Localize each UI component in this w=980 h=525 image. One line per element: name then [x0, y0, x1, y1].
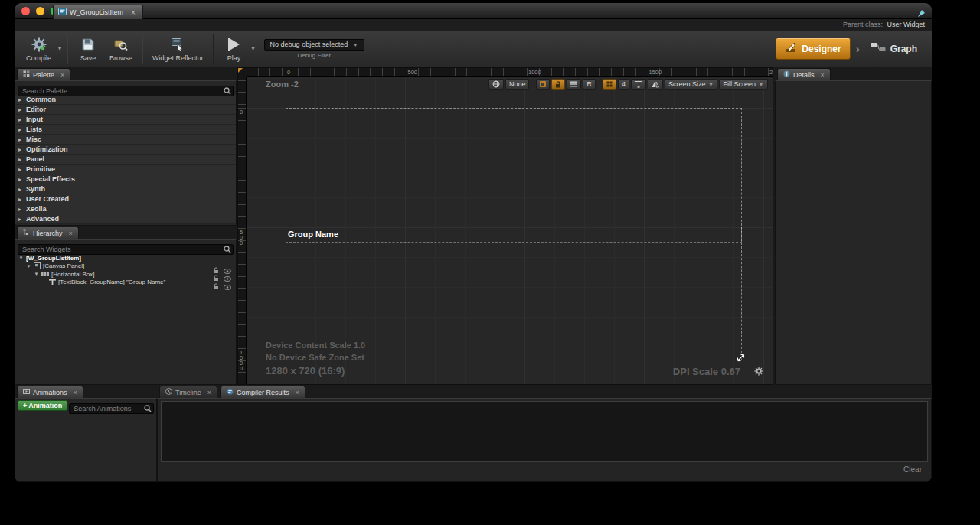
unreal-editor-window: W_GroupListItem × Parent class: User Wid…: [15, 3, 932, 482]
graph-mode-label: Graph: [890, 44, 917, 54]
hierarchy-row[interactable]: ▾[Canvas Panel]: [15, 262, 236, 271]
palette-body: ▸Common▸Editor▸Input▸Lists▸Misc▸Optimiza…: [15, 80, 237, 226]
device-content-scale-label: Device Content Scale 1.0: [266, 341, 365, 350]
hierarchy-search-input[interactable]: [18, 244, 234, 255]
tab-close-icon[interactable]: ×: [207, 389, 211, 396]
palette-category-row[interactable]: ▸Panel: [15, 155, 236, 165]
graph-icon: [871, 42, 886, 55]
toolbar-divider: [213, 34, 214, 64]
output-panel: Timeline × Compiler Results × Clear: [157, 385, 932, 482]
lock-widgets-button[interactable]: [551, 79, 565, 90]
safe-zone-button[interactable]: [631, 79, 646, 90]
browse-button[interactable]: Browse: [104, 32, 138, 66]
browse-icon: [114, 36, 128, 53]
horizontal-box-outline[interactable]: Group Name: [286, 227, 742, 243]
designer-canvas[interactable]: Group Name 0500100015002000 05 0 01 0 0 …: [237, 67, 773, 385]
palette-category-row[interactable]: ▸User Created: [15, 194, 236, 204]
localization-preview-button[interactable]: [488, 79, 504, 90]
ruler-mark: 0: [240, 109, 243, 115]
timeline-tab-label: Timeline: [175, 389, 201, 396]
hierarchy-row[interactable]: ▾[W_GroupListItem]: [15, 254, 236, 262]
tab-animations[interactable]: Animations ×: [17, 386, 83, 398]
tab-hierarchy[interactable]: Hierarchy ×: [17, 227, 79, 239]
tab-palette[interactable]: Palette ×: [17, 68, 70, 80]
parent-class-bar: Parent class: User Widget: [15, 19, 932, 31]
palette-category-label: Lists: [26, 126, 42, 133]
screen-size-dropdown[interactable]: Screen Size ▾: [665, 79, 718, 90]
dpi-settings-gear-icon[interactable]: [754, 365, 763, 379]
tab-timeline[interactable]: Timeline ×: [159, 386, 217, 398]
respect-locks-label: R: [586, 80, 592, 88]
horizontal-ruler: 0500100015002000: [238, 68, 773, 77]
hierarchy-panel: Hierarchy × ▾[W_GroupListItem]▾[Canvas P…: [15, 226, 237, 385]
palette-category-row[interactable]: ▸Primitive: [15, 165, 236, 174]
expander-icon: ▸: [18, 96, 24, 103]
palette-category-label: Xsolla: [26, 205, 47, 213]
tab-details[interactable]: Details ×: [777, 68, 831, 80]
palette-category-row[interactable]: ▸Special Effects: [15, 174, 236, 184]
add-animation-button[interactable]: + Animation: [18, 400, 67, 411]
dpi-scale-label: DPI Scale 0.67: [673, 366, 740, 377]
tab-close-icon[interactable]: ×: [821, 71, 825, 79]
play-button[interactable]: Play: [218, 32, 250, 66]
details-header: Details ×: [775, 67, 932, 80]
expander-icon: ▸: [18, 136, 24, 143]
compiler-results-body: Clear: [157, 398, 932, 482]
palette-category-row[interactable]: ▸Misc: [15, 135, 236, 145]
respect-locks-button[interactable]: R: [583, 79, 596, 90]
debug-object-group: No debug object selected ▾ Debug Filter: [264, 39, 365, 59]
parent-class-value[interactable]: User Widget: [887, 21, 925, 28]
palette-category-label: Misc: [26, 135, 41, 143]
palette-category-row[interactable]: ▸Lists: [15, 125, 236, 135]
chevron-down-icon: ▾: [760, 81, 763, 88]
palette-category-row[interactable]: ▸Optimization: [15, 145, 236, 155]
debug-object-dropdown[interactable]: No debug object selected ▾: [264, 39, 365, 51]
expander-icon[interactable]: ▾: [34, 271, 39, 277]
palette-category-label: User Created: [26, 195, 69, 203]
lock-icon[interactable]: [213, 279, 219, 293]
grid-snap-button[interactable]: [603, 79, 616, 90]
mirror-button[interactable]: [648, 79, 663, 90]
hierarchy-row[interactable]: ▾[Horizontal Box]: [15, 270, 236, 279]
tab-close-icon[interactable]: ×: [60, 71, 64, 79]
tab-compiler-results[interactable]: Compiler Results ×: [220, 386, 305, 398]
compile-button[interactable]: Compile: [21, 32, 57, 66]
animations-search-input[interactable]: [69, 403, 154, 414]
tab-close-icon[interactable]: ×: [131, 8, 136, 17]
snap-size-dropdown[interactable]: 4: [618, 79, 629, 90]
asset-tab[interactable]: W_GroupListItem ×: [53, 5, 143, 19]
visibility-eye-icon[interactable]: [224, 279, 231, 293]
palette-category-row[interactable]: ▸Advanced: [15, 214, 236, 224]
culture-dropdown[interactable]: None: [505, 79, 530, 90]
widget-outlines-button[interactable]: [567, 79, 581, 90]
palette-category-row[interactable]: ▸Synth: [15, 184, 236, 194]
designer-mode-button[interactable]: Designer: [776, 38, 850, 60]
tab-close-icon[interactable]: ×: [69, 230, 73, 237]
palette-icon: [23, 70, 30, 79]
tab-close-icon[interactable]: ×: [74, 389, 77, 396]
widget-reflector-button[interactable]: Widget Reflector: [147, 32, 209, 66]
play-options-chevron-icon[interactable]: ▾: [252, 45, 255, 52]
hierarchy-row[interactable]: [TextBlock_GroupName] "Group Name": [15, 279, 236, 287]
minimize-window-button[interactable]: [36, 7, 44, 15]
palette-category-row[interactable]: ▸Editor: [15, 105, 236, 115]
main-area: Palette × ▸Common▸Editor▸Input▸Lists▸Mis…: [15, 67, 932, 385]
palette-category-row[interactable]: ▸Input: [15, 115, 236, 125]
graph-mode-button[interactable]: Graph: [865, 38, 923, 60]
toolbar-divider: [142, 34, 143, 64]
save-button[interactable]: Save: [72, 32, 104, 66]
expander-icon[interactable]: ▾: [18, 255, 24, 261]
clear-log-button[interactable]: Clear: [903, 465, 922, 474]
compile-label: Compile: [26, 54, 51, 62]
compiler-log[interactable]: [161, 401, 928, 462]
fill-screen-dropdown[interactable]: Fill Screen ▾: [719, 79, 768, 90]
outline-toggle-button[interactable]: [536, 79, 550, 90]
expander-icon[interactable]: ▾: [26, 263, 31, 269]
group-name-widget[interactable]: Group Name: [288, 227, 338, 242]
palette-category-row[interactable]: ▸Xsolla: [15, 204, 236, 214]
close-window-button[interactable]: [21, 7, 30, 15]
tab-close-icon[interactable]: ×: [295, 389, 299, 396]
palette-search-input[interactable]: [18, 86, 234, 96]
resize-handle-icon[interactable]: [736, 352, 746, 366]
compile-options-chevron-icon[interactable]: ▾: [58, 45, 61, 52]
